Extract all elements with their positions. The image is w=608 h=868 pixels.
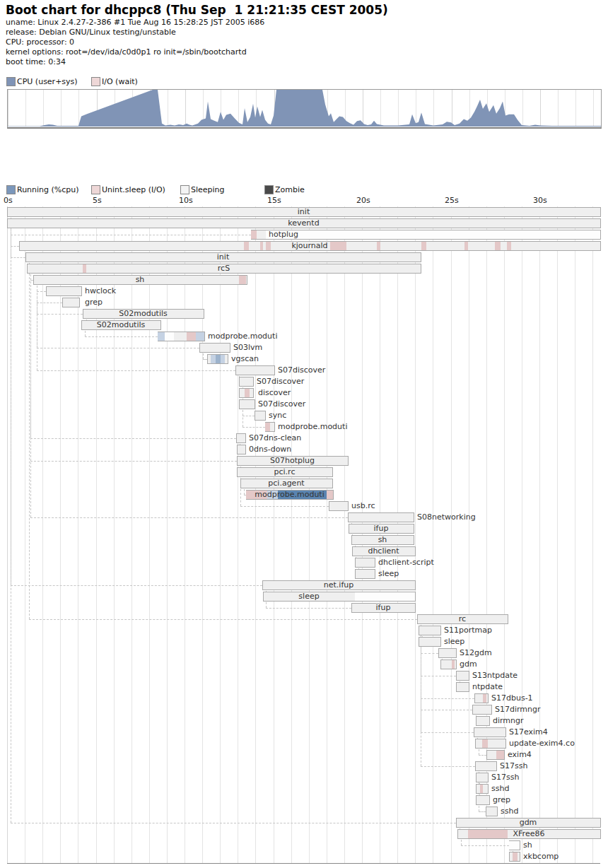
process-label: rc bbox=[417, 614, 508, 624]
process-bar bbox=[456, 682, 469, 692]
tree-connector bbox=[29, 263, 30, 619]
tree-connector bbox=[11, 585, 262, 586]
process-bar bbox=[237, 445, 246, 454]
process-label: S07discover bbox=[258, 399, 305, 409]
process-label: dhclient-script bbox=[378, 558, 434, 568]
process-label: dhclient bbox=[352, 546, 415, 556]
process-state-segment bbox=[265, 423, 270, 431]
process-label: update-exim4.co bbox=[509, 739, 575, 749]
process-bar bbox=[329, 501, 349, 511]
process-state-segment bbox=[355, 592, 415, 601]
process-bar bbox=[255, 411, 266, 421]
process-label: S02modutils bbox=[83, 309, 204, 319]
tree-connector bbox=[11, 257, 25, 258]
process-state-segment bbox=[158, 332, 165, 341]
process-label: sshd bbox=[491, 784, 509, 794]
tree-connector bbox=[421, 653, 438, 654]
tree-connector bbox=[479, 749, 479, 755]
process-label: ifup bbox=[351, 603, 415, 613]
process-label: S17ssh bbox=[491, 773, 519, 782]
process-state-segment bbox=[165, 332, 174, 341]
process-label: S07hotplug bbox=[237, 456, 348, 466]
tree-connector bbox=[242, 416, 255, 416]
tree-connector bbox=[29, 619, 417, 620]
process-label: modprobe.moduti bbox=[246, 490, 333, 500]
process-bar bbox=[158, 332, 205, 341]
process-label: sh bbox=[33, 275, 247, 285]
tree-connector bbox=[37, 314, 83, 315]
tree-connector bbox=[244, 489, 245, 495]
process-bar bbox=[486, 750, 505, 760]
process-label: S11portmap bbox=[444, 626, 492, 635]
process-label: xkbcomp bbox=[523, 852, 559, 862]
process-state-segment bbox=[482, 739, 488, 748]
process-label: ifup bbox=[349, 524, 414, 534]
process-bar bbox=[440, 659, 457, 669]
process-state-segment bbox=[496, 751, 504, 759]
process-label: grep bbox=[493, 795, 510, 805]
process-label: S07dns-clean bbox=[249, 433, 301, 443]
process-label: gdm bbox=[456, 818, 600, 828]
process-label: S02modutils bbox=[81, 320, 160, 330]
process-bar bbox=[474, 727, 506, 737]
process-label: hotplug bbox=[269, 230, 298, 240]
tree-connector bbox=[85, 336, 158, 337]
process-label: S07discover bbox=[278, 365, 325, 375]
process-bar bbox=[251, 230, 601, 240]
process-label: sync bbox=[269, 411, 286, 421]
tree-connector bbox=[30, 461, 237, 462]
process-label: gdm bbox=[460, 659, 477, 669]
process-bar bbox=[456, 671, 469, 681]
tree-connector bbox=[240, 506, 329, 507]
process-bar bbox=[355, 558, 375, 568]
process-bar bbox=[476, 784, 489, 794]
process-label: init bbox=[7, 207, 600, 217]
process-label: S12gdm bbox=[460, 648, 492, 658]
process-label: sh bbox=[523, 840, 532, 850]
tree-connector bbox=[421, 732, 474, 733]
process-label: init bbox=[25, 252, 421, 262]
process-bar bbox=[62, 298, 80, 307]
process-state-segment bbox=[196, 332, 204, 341]
process-label: modprobe.moduti bbox=[208, 332, 277, 341]
process-label: usb.rc bbox=[351, 501, 375, 511]
process-state-segment bbox=[483, 694, 486, 703]
process-state-segment bbox=[187, 332, 196, 341]
process-bar bbox=[265, 422, 275, 432]
process-bar bbox=[474, 693, 489, 703]
process-state-segment bbox=[509, 841, 520, 850]
tree-connector bbox=[85, 331, 86, 336]
tree-connector bbox=[266, 608, 351, 609]
process-state-segment bbox=[245, 389, 250, 397]
process-label: sleep bbox=[298, 592, 319, 602]
process-label: vgscan bbox=[231, 354, 259, 364]
process-bar bbox=[486, 807, 498, 816]
process-bar bbox=[236, 433, 246, 443]
process-label: net.ifup bbox=[262, 580, 415, 590]
process-label: ntpdate bbox=[472, 682, 503, 692]
tree-connector bbox=[11, 246, 19, 247]
process-state-segment bbox=[211, 355, 216, 363]
process-state-segment bbox=[251, 230, 257, 239]
process-state-segment bbox=[221, 355, 225, 363]
process-label: sleep bbox=[378, 569, 399, 579]
process-label: S17dirmngr bbox=[495, 705, 541, 715]
process-label: pci.agent bbox=[240, 479, 332, 488]
process-bar bbox=[46, 286, 82, 296]
process-label: exim4 bbox=[508, 750, 532, 760]
tree-connector bbox=[37, 303, 62, 303]
tree-connector bbox=[37, 370, 235, 371]
process-bar bbox=[348, 512, 414, 522]
tree-connector bbox=[461, 840, 462, 845]
process-bar bbox=[475, 739, 506, 749]
process-label: kjournald bbox=[19, 241, 600, 251]
process-label: sleep bbox=[444, 637, 464, 647]
process-bar bbox=[239, 388, 254, 398]
process-label: rcS bbox=[27, 264, 421, 274]
tree-connector bbox=[203, 353, 204, 359]
process-bar bbox=[239, 377, 254, 387]
process-bar bbox=[509, 840, 520, 850]
process-label: sh bbox=[351, 535, 414, 545]
process-label: S03lvm bbox=[233, 343, 262, 353]
process-label: discover bbox=[258, 388, 291, 398]
